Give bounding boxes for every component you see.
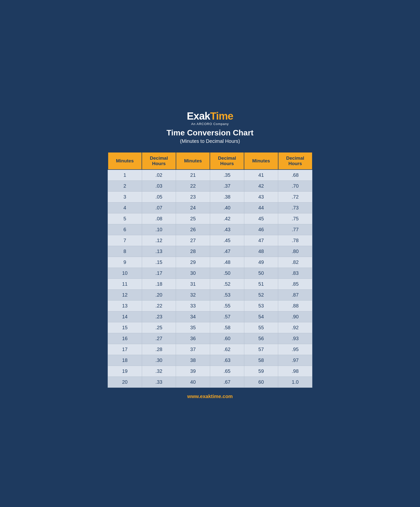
cell-dec3: .90 [278,311,312,322]
header: Exak Time An ARCORO Company Time Convers… [104,104,317,152]
cell-dec1: .25 [142,322,176,333]
cell-dec2: .37 [210,181,244,192]
cell-dec2: .63 [210,355,244,366]
cell-dec1: .05 [142,192,176,203]
cell-dec2: .62 [210,344,244,355]
cell-dec1: .32 [142,366,176,377]
cell-min1: 5 [108,213,142,224]
cell-min2: 26 [176,224,210,235]
table-row: 16.2736.6056.93 [108,333,312,344]
cell-min3: 42 [244,181,278,192]
cell-min3: 47 [244,235,278,246]
cell-min1: 8 [108,246,142,257]
cell-min3: 43 [244,192,278,203]
cell-dec3: .95 [278,344,312,355]
cell-dec1: .08 [142,213,176,224]
logo-tagline: An ARCORO Company [109,122,312,126]
cell-dec1: .07 [142,203,176,213]
table-row: 9.1529.4849.82 [108,257,312,268]
cell-min2: 22 [176,181,210,192]
table-row: 7.1227.4547.78 [108,235,312,246]
cell-dec1: .20 [142,290,176,301]
col-decimal-2: DecimalHours [210,152,244,170]
cell-min2: 27 [176,235,210,246]
cell-dec3: .87 [278,290,312,301]
cell-min1: 17 [108,344,142,355]
cell-min1: 10 [108,268,142,279]
cell-dec2: .53 [210,290,244,301]
cell-min1: 13 [108,301,142,311]
cell-min2: 35 [176,322,210,333]
cell-dec2: .60 [210,333,244,344]
cell-min3: 52 [244,290,278,301]
cell-dec1: .23 [142,311,176,322]
cell-min2: 28 [176,246,210,257]
cell-dec2: .48 [210,257,244,268]
cell-dec2: .40 [210,203,244,213]
cell-min2: 34 [176,311,210,322]
chart-subtitle: (Minutes to Decimal Hours) [109,138,312,144]
cell-min3: 49 [244,257,278,268]
col-decimal-3: DecimalHours [278,152,312,170]
cell-min3: 59 [244,366,278,377]
col-minutes-1: Minutes [108,152,142,170]
cell-min3: 44 [244,203,278,213]
cell-dec2: .35 [210,170,244,181]
cell-min2: 36 [176,333,210,344]
cell-dec2: .47 [210,246,244,257]
cell-min1: 14 [108,311,142,322]
cell-min1: 3 [108,192,142,203]
header-row: Minutes DecimalHours Minutes DecimalHour… [108,152,312,170]
cell-min2: 21 [176,170,210,181]
cell-dec2: .65 [210,366,244,377]
cell-dec3: .70 [278,181,312,192]
cell-dec2: .45 [210,235,244,246]
cell-min1: 6 [108,224,142,235]
cell-dec3: .93 [278,333,312,344]
main-card: Exak Time An ARCORO Company Time Convers… [104,104,317,403]
table-row: 13.2233.5553.88 [108,301,312,311]
cell-dec3: .68 [278,170,312,181]
cell-dec3: .77 [278,224,312,235]
table-row: 3.0523.3843.72 [108,192,312,203]
cell-min2: 39 [176,366,210,377]
cell-min3: 54 [244,311,278,322]
col-minutes-2: Minutes [176,152,210,170]
cell-dec2: .38 [210,192,244,203]
cell-min1: 18 [108,355,142,366]
cell-min1: 15 [108,322,142,333]
cell-dec2: .52 [210,279,244,290]
cell-min1: 7 [108,235,142,246]
table-header: Minutes DecimalHours Minutes DecimalHour… [108,152,312,170]
cell-min3: 56 [244,333,278,344]
cell-dec3: .75 [278,213,312,224]
table-body: 1.0221.3541.682.0322.3742.703.0523.3843.… [108,170,312,388]
table-row: 10.1730.5050.83 [108,268,312,279]
cell-min1: 1 [108,170,142,181]
table-row: 8.1328.4748.80 [108,246,312,257]
cell-min3: 50 [244,268,278,279]
cell-dec3: .73 [278,203,312,213]
cell-dec1: .17 [142,268,176,279]
conversion-table: Minutes DecimalHours Minutes DecimalHour… [108,152,313,388]
cell-dec2: .67 [210,377,244,388]
table-row: 6.1026.4346.77 [108,224,312,235]
table-row: 2.0322.3742.70 [108,181,312,192]
cell-dec1: .27 [142,333,176,344]
cell-dec3: .83 [278,268,312,279]
cell-min3: 45 [244,213,278,224]
cell-min2: 31 [176,279,210,290]
cell-min1: 16 [108,333,142,344]
cell-dec1: .03 [142,181,176,192]
cell-dec1: .22 [142,301,176,311]
col-decimal-1: DecimalHours [142,152,176,170]
table-row: 18.3038.6358.97 [108,355,312,366]
cell-min3: 55 [244,322,278,333]
cell-min1: 19 [108,366,142,377]
cell-min2: 38 [176,355,210,366]
cell-min2: 37 [176,344,210,355]
table-wrapper: Minutes DecimalHours Minutes DecimalHour… [104,152,317,388]
cell-min2: 32 [176,290,210,301]
cell-dec3: .88 [278,301,312,311]
cell-dec1: .28 [142,344,176,355]
